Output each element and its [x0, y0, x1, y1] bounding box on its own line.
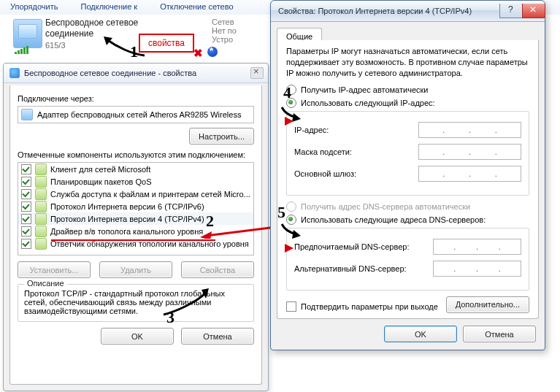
adapter-field[interactable]: Адаптер беспроводных сетей Atheros AR928… [18, 106, 254, 123]
component-icon [35, 164, 47, 175]
dns2-input[interactable]: ... [433, 261, 521, 277]
ip-address-label: IP-адрес: [294, 126, 418, 134]
bluetooth-icon [207, 47, 218, 57]
ipv4-panel: Параметры IP могут назначаться автоматич… [277, 40, 539, 319]
list-item[interactable]: Клиент для сетей Microsoft [18, 163, 253, 175]
adapter-name: Адаптер беспроводных сетей Atheros AR928… [37, 110, 241, 119]
ip-address-input[interactable]: ... [418, 122, 521, 138]
radio-icon [286, 201, 296, 212]
component-icon [35, 238, 47, 250]
cancel-button[interactable]: Отмена [463, 326, 536, 342]
dns-fieldset: Предпочитаемый DNS-сервер: ... Альтернат… [286, 228, 529, 291]
components-intro: Отмеченные компоненты используются этим … [18, 150, 254, 159]
gateway-label: Основной шлюз: [294, 169, 418, 178]
ipv4-intro-text: Параметры IP могут назначаться автоматич… [286, 46, 529, 79]
help-button[interactable] [499, 4, 523, 18]
ok-button[interactable]: OK [384, 326, 457, 342]
properties-button[interactable]: Свойства [181, 261, 254, 278]
component-icon [35, 201, 47, 212]
confirm-on-exit-checkbox[interactable]: Подтвердить параметры при выходе [286, 301, 438, 312]
ipv4-title-text: Свойства: Протокол Интернета версии 4 (T… [278, 7, 472, 15]
description-text: Протокол TCP/IP - стандартный протокол г… [24, 289, 248, 315]
annotation-arrow-5 [280, 223, 302, 237]
red-pointer-ip [285, 117, 294, 126]
checkbox[interactable] [21, 226, 31, 237]
highlight-properties: свойства [139, 34, 194, 53]
radio-label: Использовать следующие адреса DNS-сервер… [301, 215, 486, 224]
ok-button[interactable]: OK [101, 328, 174, 345]
component-label: Служба доступа к файлам и принтерам сете… [50, 190, 250, 199]
subnet-mask-input[interactable]: ... [418, 144, 521, 160]
component-icon [35, 226, 47, 237]
ipv4-properties-dialog: Свойства: Протокол Интернета версии 4 (T… [270, 0, 545, 350]
list-item[interactable]: Протокол Интернета версии 6 (TCP/IPv6) [18, 200, 253, 212]
close-button[interactable] [522, 4, 545, 18]
menu-organize[interactable]: Упорядочить [0, 0, 68, 11]
ip-fieldset: IP-адрес: ... Маска подсети: ... Основно… [286, 111, 529, 196]
checkbox[interactable] [21, 189, 31, 199]
dialog-icon [9, 68, 20, 78]
checkbox[interactable] [21, 164, 31, 174]
description-group: Описание Протокол TCP/IP - стандартный п… [18, 284, 254, 322]
adapter-icon [13, 19, 42, 48]
window-controls [499, 4, 545, 18]
annotation-underline-ipv4 [51, 239, 215, 241]
dns1-label: Предпочитаемый DNS-сервер: [294, 242, 433, 251]
configure-button[interactable]: Настроить... [189, 128, 254, 145]
component-label: Протокол Интернета версии 6 (TCP/IPv6) [50, 202, 204, 211]
confirm-label: Подтвердить параметры при выходе [301, 302, 438, 311]
checkbox[interactable] [21, 239, 31, 249]
install-button[interactable]: Установить... [18, 261, 91, 278]
annotation-number-5: 5 [277, 204, 285, 220]
menu-disconnect[interactable]: Отключение сетево [150, 0, 243, 11]
dns1-input[interactable]: ... [433, 239, 521, 255]
list-item[interactable]: Планировщик пакетов QoS [18, 175, 253, 188]
red-pointer-dns [285, 244, 294, 253]
cancel-button[interactable]: Отмена [181, 328, 254, 345]
dns2-label: Альтернативный DNS-сервер: [294, 264, 433, 273]
adapter-small-icon [21, 109, 33, 120]
radio-auto-ip[interactable]: Получить IP-адрес автоматически [286, 85, 529, 95]
tile2-line1: Сетев [212, 18, 270, 26]
connection-ssid: 615/3 [45, 41, 66, 50]
annotation-number-3: 3 [166, 310, 174, 326]
connect-via-label: Подключение через: [18, 94, 254, 103]
component-icon [35, 188, 47, 200]
annotation-number-2: 2 [206, 213, 214, 229]
advanced-button[interactable]: Дополнительно... [446, 296, 529, 313]
component-label: Протокол Интернета версии 4 (TCP/IPv4) [50, 215, 204, 223]
component-label: Клиент для сетей Microsoft [50, 165, 150, 174]
dialog-titlebar[interactable]: Беспроводное сетевое соединение - свойст… [4, 64, 268, 83]
annotation-number-1: 1 [130, 44, 138, 60]
radio-label: Получить IP-адрес автоматически [301, 85, 428, 94]
component-icon [35, 213, 47, 225]
checkbox[interactable] [21, 177, 31, 187]
remove-button[interactable]: Удалить [99, 261, 172, 278]
description-title: Описание [24, 279, 67, 288]
ipv4-titlebar[interactable]: Свойства: Протокол Интернета версии 4 (T… [271, 1, 545, 22]
checkbox[interactable] [21, 201, 31, 212]
component-icon [35, 176, 47, 188]
radio-label: Использовать следующий IP-адрес: [301, 99, 435, 107]
gateway-input[interactable]: ... [418, 166, 521, 182]
second-connection-tile[interactable]: Сетев Нет по Устро [212, 18, 270, 55]
components-list[interactable]: Клиент для сетей Microsoft Планировщик п… [18, 162, 254, 255]
dialog-title-text: Беспроводное сетевое соединение - свойст… [24, 69, 196, 77]
connection-name-line1: Беспроводное сетевое [45, 18, 138, 28]
menu-connect[interactable]: Подключение к [71, 0, 148, 11]
close-button[interactable] [250, 67, 264, 79]
disconnected-icon: ✖ [193, 47, 203, 60]
annotation-arrow-1 [102, 36, 146, 58]
radio-manual-ip[interactable]: Использовать следующий IP-адрес: [286, 98, 529, 108]
connection-name-line2: соединение [45, 28, 93, 39]
checkbox-icon [286, 301, 296, 312]
component-label: Драйвер в/в тополога канального уровня [50, 227, 203, 236]
annotation-number-4: 4 [283, 85, 291, 101]
component-label: Планировщик пакетов QoS [50, 177, 152, 186]
subnet-mask-label: Маска подсети: [294, 147, 418, 156]
list-item[interactable]: Служба доступа к файлам и принтерам сете… [18, 188, 253, 200]
signal-bars-icon [15, 47, 28, 54]
tile2-line2: Нет по [212, 26, 270, 35]
radio-manual-dns[interactable]: Использовать следующие адреса DNS-сервер… [286, 215, 529, 225]
checkbox[interactable] [21, 214, 31, 224]
